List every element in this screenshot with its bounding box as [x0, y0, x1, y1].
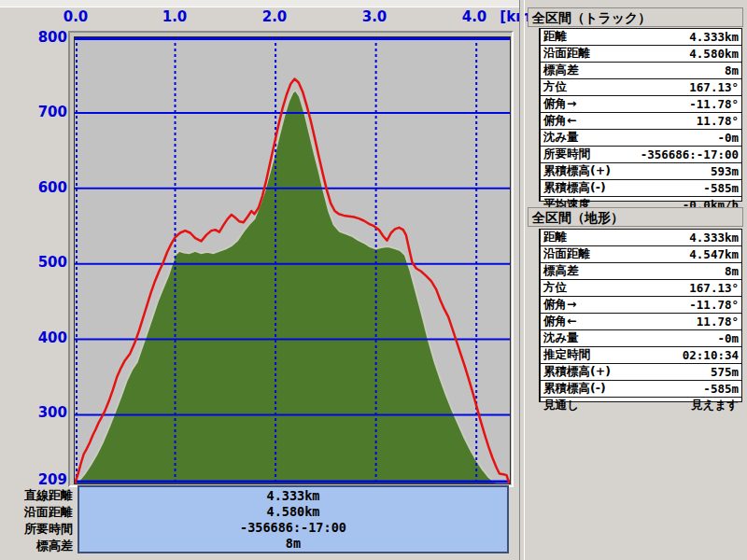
stat-label: 標高差: [543, 263, 579, 279]
y-tick-label: 800: [2, 30, 67, 45]
stat-value: 8m: [725, 63, 739, 77]
stat-row: 俯角→-11.78°: [541, 96, 741, 113]
stat-row: 沈み量-0m: [541, 130, 741, 147]
stat-value: 11.78°: [697, 315, 739, 329]
stat-value: 4.580km: [689, 47, 739, 61]
stat-label: 見通し: [543, 398, 579, 413]
x-tick-label: 3.0: [362, 8, 388, 25]
stat-value: 11.78°: [697, 114, 739, 128]
summary-value-surface-distance: 4.580km: [79, 504, 507, 520]
panel-header-track: 全区間（トラック）: [528, 7, 743, 27]
x-tick-label: 1.0: [162, 8, 188, 25]
stat-value: 167.13°: [689, 80, 739, 94]
stat-value: -356686:-17:00: [641, 147, 739, 161]
elevation-profile-plot[interactable]: [74, 36, 511, 484]
stat-value: 575m: [711, 365, 739, 379]
stat-row: 見通し見えます: [541, 398, 741, 413]
stat-label: 俯角→: [543, 297, 576, 313]
stat-label: 俯角←: [543, 314, 576, 329]
stat-row: 沈み量-0m: [541, 330, 741, 347]
panel-header-terrain: 全区間（地形）: [528, 207, 743, 227]
stat-label: 距離: [543, 230, 567, 245]
stat-label: 沿面距離: [543, 246, 590, 262]
stat-row: 累積標高(+)593m: [541, 163, 741, 180]
stat-value: 4.333km: [689, 30, 739, 44]
stat-row: 所要時間-356686:-17:00: [541, 147, 741, 163]
y-tick-label: 400: [2, 330, 67, 345]
x-tick-label: 2.0: [262, 8, 288, 25]
summary-label-elevation-diff: 標高差: [0, 538, 73, 554]
stat-value: -585m: [703, 181, 739, 195]
stat-value: -0m: [717, 331, 739, 345]
stat-value: 02:10:34: [683, 348, 739, 362]
stat-row: 沿面距離4.547km: [541, 246, 741, 263]
stat-row: 方位167.13°: [541, 79, 741, 96]
stat-value: 593m: [711, 164, 739, 178]
stat-label: 沈み量: [543, 330, 579, 346]
stat-label: 沈み量: [543, 130, 579, 146]
stat-label: 累積標高(+): [543, 364, 611, 380]
stat-label: 累積標高(+): [543, 163, 611, 179]
track-stats-table: 距離4.333km沿面距離4.580km標高差8m方位167.13°俯角→-11…: [539, 28, 742, 202]
stat-value: 8m: [725, 264, 739, 278]
y-tick-label: 700: [2, 105, 67, 119]
summary-value-elevation-diff: 8m: [79, 536, 507, 552]
window-top-strip: [0, 0, 519, 7]
stat-row: 距離4.333km: [541, 230, 741, 246]
stat-label: 累積標高(-): [543, 180, 606, 196]
stat-label: 方位: [543, 79, 567, 95]
stat-row: 俯角←11.78°: [541, 314, 741, 330]
stat-row: 推定時間02:10:34: [541, 347, 741, 364]
stat-value: 4.547km: [689, 247, 739, 261]
stat-value: -585m: [703, 382, 739, 396]
terrain-area: [75, 91, 510, 483]
stat-row: 累積標高(-)-585m: [541, 180, 741, 197]
y-tick-label: 300: [2, 405, 67, 420]
stat-row: 累積標高(-)-585m: [541, 381, 741, 398]
stat-value: -11.78°: [689, 298, 739, 312]
stat-label: 距離: [543, 29, 567, 45]
x-tick-label: 4.0: [462, 8, 487, 25]
stat-value: -11.78°: [689, 97, 739, 111]
stat-row: 俯角→-11.78°: [541, 297, 741, 314]
terrain-stats-table: 距離4.333km沿面距離4.547km標高差8m方位167.13°俯角→-11…: [539, 229, 742, 402]
summary-value-required-time: -356686:-17:00: [79, 520, 507, 536]
stat-row: 距離4.333km: [541, 29, 741, 46]
summary-value-box: 4.333km 4.580km -356686:-17:00 8m: [78, 485, 509, 553]
summary-label-straight-distance: 直線距離: [0, 487, 73, 504]
stat-label: 累積標高(-): [543, 381, 606, 397]
y-tick-label: 500: [2, 255, 67, 270]
stat-row: 累積標高(+)575m: [541, 364, 741, 381]
stat-row: 方位167.13°: [541, 280, 741, 297]
stat-value: 4.333km: [689, 231, 739, 245]
stat-label: 方位: [543, 280, 567, 296]
stat-value: 167.13°: [689, 281, 739, 295]
stat-label: 俯角←: [543, 113, 576, 129]
stat-row: 標高差8m: [541, 263, 741, 280]
stat-value: -0m: [717, 131, 739, 145]
x-tick-label: 0.0: [63, 8, 89, 25]
summary-label-required-time: 所要時間: [0, 521, 73, 538]
elevation-profile-svg: [75, 37, 510, 483]
stat-row: 沿面距離4.580km: [541, 46, 741, 63]
y-tick-label: 600: [2, 180, 67, 195]
stat-row: 標高差8m: [541, 63, 741, 79]
y-tick-label: 209: [2, 472, 67, 487]
stat-row: 俯角←11.78°: [541, 113, 741, 130]
stat-label: 標高差: [543, 63, 579, 78]
summary-value-straight-distance: 4.333km: [79, 488, 507, 504]
stat-label: 所要時間: [543, 147, 590, 162]
pane-splitter[interactable]: [519, 0, 525, 560]
stat-label: 沿面距離: [543, 46, 590, 62]
stat-value: 見えます: [691, 398, 739, 413]
stat-label: 推定時間: [543, 347, 590, 363]
summary-label-surface-distance: 沿面距離: [0, 504, 73, 521]
stat-label: 俯角→: [543, 96, 576, 112]
